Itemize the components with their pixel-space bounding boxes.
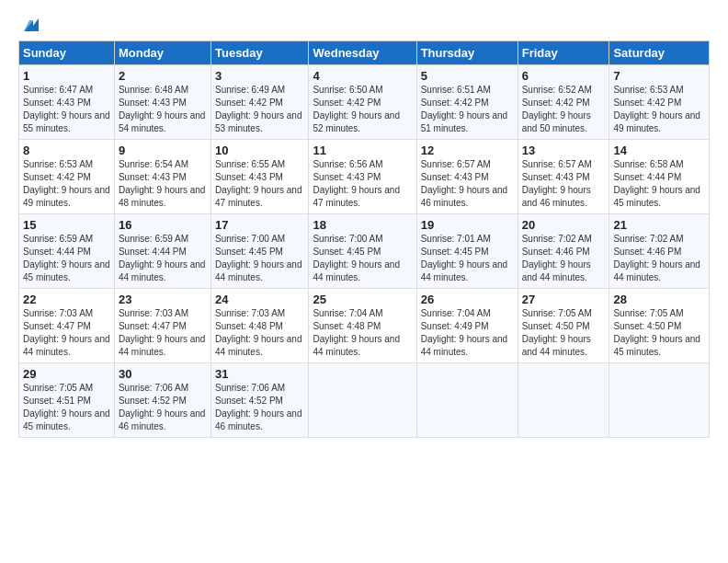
day-detail: Sunrise: 7:02 AMSunset: 4:46 PMDaylight:… xyxy=(613,234,700,282)
day-detail: Sunrise: 7:01 AMSunset: 4:45 PMDaylight:… xyxy=(421,234,508,282)
calendar-cell xyxy=(309,363,416,438)
calendar-table: SundayMondayTuesdayWednesdayThursdayFrid… xyxy=(18,40,710,438)
calendar-cell: 1 Sunrise: 6:47 AMSunset: 4:43 PMDayligh… xyxy=(19,65,115,140)
day-header-sunday: Sunday xyxy=(19,41,115,65)
day-number: 5 xyxy=(421,69,514,83)
day-detail: Sunrise: 7:03 AMSunset: 4:47 PMDaylight:… xyxy=(119,308,206,357)
day-detail: Sunrise: 6:56 AMSunset: 4:43 PMDaylight:… xyxy=(313,159,400,208)
day-detail: Sunrise: 6:59 AMSunset: 4:44 PMDaylight:… xyxy=(119,234,206,282)
calendar-cell: 27 Sunrise: 7:05 AMSunset: 4:50 PMDaylig… xyxy=(518,289,609,363)
day-number: 21 xyxy=(613,218,705,232)
page: SundayMondayTuesdayWednesdayThursdayFrid… xyxy=(0,0,728,563)
calendar-cell: 4 Sunrise: 6:50 AMSunset: 4:42 PMDayligh… xyxy=(309,65,416,140)
day-detail: Sunrise: 7:04 AMSunset: 4:48 PMDaylight:… xyxy=(313,308,400,357)
calendar-cell: 9 Sunrise: 6:54 AMSunset: 4:43 PMDayligh… xyxy=(114,140,210,214)
calendar-cell xyxy=(518,363,609,438)
calendar-cell: 12 Sunrise: 6:57 AMSunset: 4:43 PMDaylig… xyxy=(416,140,518,214)
day-detail: Sunrise: 7:03 AMSunset: 4:48 PMDaylight:… xyxy=(215,308,302,357)
calendar-cell: 19 Sunrise: 7:01 AMSunset: 4:45 PMDaylig… xyxy=(416,214,518,289)
calendar-week-row: 8 Sunrise: 6:53 AMSunset: 4:42 PMDayligh… xyxy=(19,140,710,214)
day-number: 25 xyxy=(313,293,412,306)
day-detail: Sunrise: 6:59 AMSunset: 4:44 PMDaylight:… xyxy=(23,234,110,282)
calendar-cell xyxy=(609,363,710,438)
calendar-week-row: 29 Sunrise: 7:05 AMSunset: 4:51 PMDaylig… xyxy=(19,363,710,438)
day-number: 12 xyxy=(421,144,514,157)
calendar-cell: 28 Sunrise: 7:05 AMSunset: 4:50 PMDaylig… xyxy=(609,289,710,363)
day-number: 8 xyxy=(23,144,110,157)
calendar-cell: 3 Sunrise: 6:49 AMSunset: 4:42 PMDayligh… xyxy=(210,65,308,140)
calendar-cell: 22 Sunrise: 7:03 AMSunset: 4:47 PMDaylig… xyxy=(19,289,115,363)
calendar-cell: 30 Sunrise: 7:06 AMSunset: 4:52 PMDaylig… xyxy=(114,363,210,438)
day-detail: Sunrise: 7:02 AMSunset: 4:46 PMDaylight:… xyxy=(522,234,592,282)
calendar-cell: 16 Sunrise: 6:59 AMSunset: 4:44 PMDaylig… xyxy=(114,214,210,289)
calendar-header-row: SundayMondayTuesdayWednesdayThursdayFrid… xyxy=(19,41,710,65)
day-number: 4 xyxy=(313,69,412,83)
calendar-week-row: 15 Sunrise: 6:59 AMSunset: 4:44 PMDaylig… xyxy=(19,214,710,289)
day-number: 13 xyxy=(522,144,606,157)
day-detail: Sunrise: 7:05 AMSunset: 4:51 PMDaylight:… xyxy=(23,383,110,431)
day-number: 20 xyxy=(522,218,606,232)
day-detail: Sunrise: 6:47 AMSunset: 4:43 PMDaylight:… xyxy=(23,85,110,133)
calendar-cell: 23 Sunrise: 7:03 AMSunset: 4:47 PMDaylig… xyxy=(114,289,210,363)
day-number: 29 xyxy=(23,367,110,381)
day-number: 23 xyxy=(119,293,207,306)
calendar-cell: 8 Sunrise: 6:53 AMSunset: 4:42 PMDayligh… xyxy=(19,140,115,214)
day-detail: Sunrise: 6:55 AMSunset: 4:43 PMDaylight:… xyxy=(215,159,302,208)
day-number: 6 xyxy=(522,69,606,83)
day-number: 30 xyxy=(119,367,207,381)
day-number: 31 xyxy=(215,367,304,381)
day-number: 26 xyxy=(421,293,514,306)
calendar-week-row: 22 Sunrise: 7:03 AMSunset: 4:47 PMDaylig… xyxy=(19,289,710,363)
day-number: 19 xyxy=(421,218,514,232)
day-detail: Sunrise: 6:49 AMSunset: 4:42 PMDaylight:… xyxy=(215,85,302,133)
day-number: 24 xyxy=(215,293,304,306)
day-header-tuesday: Tuesday xyxy=(210,41,308,65)
logo-bird-icon xyxy=(20,15,40,35)
day-header-thursday: Thursday xyxy=(416,41,518,65)
day-number: 18 xyxy=(313,218,412,232)
day-detail: Sunrise: 6:57 AMSunset: 4:43 PMDaylight:… xyxy=(421,159,508,208)
calendar-cell: 13 Sunrise: 6:57 AMSunset: 4:43 PMDaylig… xyxy=(518,140,609,214)
day-detail: Sunrise: 6:52 AMSunset: 4:42 PMDaylight:… xyxy=(522,85,592,133)
day-number: 10 xyxy=(215,144,304,157)
day-detail: Sunrise: 7:05 AMSunset: 4:50 PMDaylight:… xyxy=(613,308,700,357)
day-number: 16 xyxy=(119,218,207,232)
calendar-cell: 15 Sunrise: 6:59 AMSunset: 4:44 PMDaylig… xyxy=(19,214,115,289)
day-number: 1 xyxy=(23,69,110,83)
day-header-friday: Friday xyxy=(518,41,609,65)
calendar-cell xyxy=(416,363,518,438)
calendar-cell: 10 Sunrise: 6:55 AMSunset: 4:43 PMDaylig… xyxy=(210,140,308,214)
header xyxy=(18,15,710,33)
calendar-cell: 31 Sunrise: 7:06 AMSunset: 4:52 PMDaylig… xyxy=(210,363,308,438)
day-detail: Sunrise: 7:00 AMSunset: 4:45 PMDaylight:… xyxy=(215,234,302,282)
day-number: 22 xyxy=(23,293,110,306)
day-detail: Sunrise: 7:06 AMSunset: 4:52 PMDaylight:… xyxy=(215,383,302,431)
logo xyxy=(18,15,40,33)
calendar-cell: 25 Sunrise: 7:04 AMSunset: 4:48 PMDaylig… xyxy=(309,289,416,363)
calendar-cell: 5 Sunrise: 6:51 AMSunset: 4:42 PMDayligh… xyxy=(416,65,518,140)
day-number: 9 xyxy=(119,144,207,157)
day-detail: Sunrise: 7:04 AMSunset: 4:49 PMDaylight:… xyxy=(421,308,508,357)
calendar-cell: 6 Sunrise: 6:52 AMSunset: 4:42 PMDayligh… xyxy=(518,65,609,140)
calendar-cell: 26 Sunrise: 7:04 AMSunset: 4:49 PMDaylig… xyxy=(416,289,518,363)
calendar-cell: 14 Sunrise: 6:58 AMSunset: 4:44 PMDaylig… xyxy=(609,140,710,214)
day-number: 2 xyxy=(119,69,207,83)
day-number: 17 xyxy=(215,218,304,232)
calendar-cell: 11 Sunrise: 6:56 AMSunset: 4:43 PMDaylig… xyxy=(309,140,416,214)
day-detail: Sunrise: 6:53 AMSunset: 4:42 PMDaylight:… xyxy=(613,85,700,133)
calendar-cell: 17 Sunrise: 7:00 AMSunset: 4:45 PMDaylig… xyxy=(210,214,308,289)
day-header-wednesday: Wednesday xyxy=(309,41,416,65)
day-number: 3 xyxy=(215,69,304,83)
calendar-cell: 20 Sunrise: 7:02 AMSunset: 4:46 PMDaylig… xyxy=(518,214,609,289)
calendar-cell: 24 Sunrise: 7:03 AMSunset: 4:48 PMDaylig… xyxy=(210,289,308,363)
calendar-week-row: 1 Sunrise: 6:47 AMSunset: 4:43 PMDayligh… xyxy=(19,65,710,140)
day-number: 28 xyxy=(613,293,705,306)
calendar-cell: 21 Sunrise: 7:02 AMSunset: 4:46 PMDaylig… xyxy=(609,214,710,289)
day-number: 7 xyxy=(613,69,705,83)
day-detail: Sunrise: 7:06 AMSunset: 4:52 PMDaylight:… xyxy=(119,383,206,431)
calendar-cell: 29 Sunrise: 7:05 AMSunset: 4:51 PMDaylig… xyxy=(19,363,115,438)
calendar-cell: 18 Sunrise: 7:00 AMSunset: 4:45 PMDaylig… xyxy=(309,214,416,289)
day-number: 14 xyxy=(613,144,705,157)
day-number: 11 xyxy=(313,144,412,157)
day-detail: Sunrise: 6:53 AMSunset: 4:42 PMDaylight:… xyxy=(23,159,110,208)
